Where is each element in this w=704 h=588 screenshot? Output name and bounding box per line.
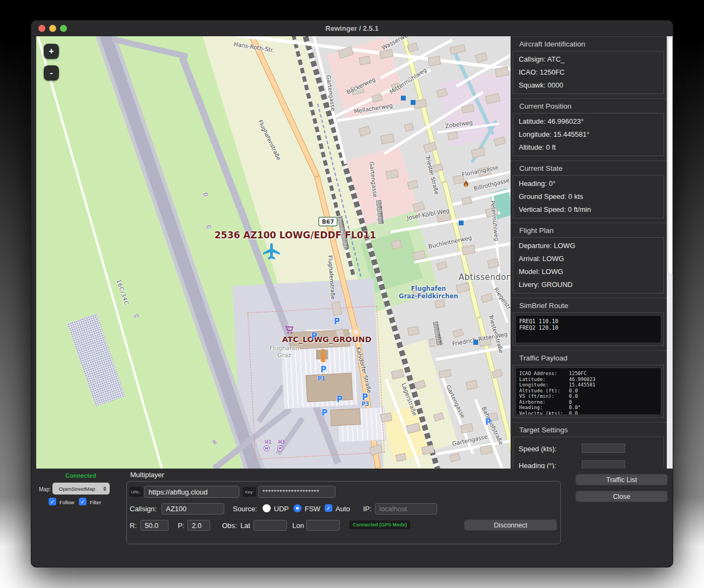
close-button[interactable]: Close [575, 491, 668, 502]
target-heading-input[interactable] [582, 460, 625, 469]
filter-label: Filter [90, 499, 101, 505]
latitude-value: Latitude: 46.996023° [519, 115, 658, 128]
r-input[interactable] [140, 520, 169, 531]
map-marker-square [401, 96, 406, 101]
disconnect-button[interactable]: Disconnect [464, 519, 557, 531]
key-label: Key: [243, 487, 256, 497]
lat-input[interactable] [253, 520, 287, 531]
section-traffic-payload: Traffic Payload ICAO Address: 1250FC Lat… [511, 350, 673, 422]
app-window: Rewinger / 2.5.1 Hans-Roth-Str.Bäckerweg… [31, 20, 673, 567]
udp-label: UDP [274, 505, 289, 513]
sidebar-scrollbar[interactable] [667, 36, 673, 469]
multiplayer-group: URL: Key: Callsign: Source: UDP FSW ✓ Au… [126, 481, 561, 544]
icao-value: ICAO: 1250FC [519, 66, 658, 79]
map-label: C [205, 224, 212, 229]
chevron-updown-icon [103, 486, 106, 491]
connection-status: Connected [52, 472, 109, 479]
map-select-label: Map: [39, 486, 51, 492]
key-input[interactable] [258, 486, 336, 498]
section-current-state: Current State Heading: 0° Ground Speed: … [511, 161, 673, 223]
section-title: Target Settings [519, 426, 672, 434]
map-building [391, 83, 401, 92]
follow-checkbox[interactable]: ✓ [49, 498, 56, 505]
callsign-value: Callsign: ATC_ [519, 53, 658, 66]
traffic-payload-display: ICAO Address: 1250FC Latitude: 46.996023… [515, 368, 661, 415]
auto-checkbox[interactable]: ✓ [325, 504, 332, 512]
title-bar[interactable]: Rewinger / 2.5.1 [31, 21, 673, 36]
callsign-input[interactable] [162, 503, 224, 514]
section-target-settings: Target Settings Speed (kts): Heading (°)… [511, 422, 673, 469]
section-title: Current Position [519, 102, 672, 110]
fire-station-icon [462, 180, 470, 189]
ip-label: IP: [363, 505, 372, 513]
section-title: SimBrief Route [519, 302, 672, 310]
heading-value: Heading: 0° [519, 177, 658, 190]
ip-input[interactable] [375, 503, 437, 514]
parking-icon: P [362, 392, 368, 402]
lon-label: Lon [292, 522, 304, 530]
arrival-value: Arrival: LOWG [519, 252, 658, 265]
window-content: Hans-Roth-Str.BäckerwegWasserwerkwegMell… [31, 36, 673, 567]
map-marker-square [459, 220, 464, 225]
map-label: C [133, 313, 139, 318]
map-label: D [202, 192, 209, 197]
r-label: R: [130, 522, 137, 530]
bus-stop-icon: H [277, 445, 283, 451]
parking-icon: P [485, 417, 491, 427]
follow-label: Follow [59, 499, 74, 505]
traffic-list-button[interactable]: Traffic List [575, 474, 668, 485]
map-region [67, 313, 125, 406]
info-sidebar: Aircraft Identification Callsign: ATC_ I… [511, 36, 673, 469]
aircraft-icon[interactable] [263, 243, 280, 260]
section-title: Flight Plan [519, 226, 672, 235]
target-heading-label: Heading (°): [519, 462, 557, 469]
map-provider-value: OpenStreetMap [59, 486, 103, 492]
section-aircraft-identification: Aircraft Identification Callsign: ATC_ I… [511, 36, 673, 98]
obs-label: Obs: [222, 522, 237, 530]
multiplayer-title: Multiplayer [130, 471, 164, 479]
parking-icon: P [337, 395, 343, 404]
map-region [247, 306, 385, 459]
bottom-panel: Connected Map: OpenStreetMap ✓ Follow ✓ … [31, 469, 673, 567]
map-canvas[interactable]: Hans-Roth-Str.BäckerwegWasserwerkwegMell… [36, 36, 511, 469]
p-input[interactable] [187, 520, 210, 531]
url-input[interactable] [144, 486, 239, 498]
route-badge-b67: B67 [318, 217, 338, 226]
section-title: Aircraft Identification [519, 40, 672, 48]
desktop-backdrop: Rewinger / 2.5.1 Hans-Roth-Str.Bäckerweg… [0, 0, 704, 588]
fsw-label: FSW [305, 505, 320, 513]
lat-label: Lat [240, 522, 250, 530]
bus-stop-h3-label: H3 [278, 440, 285, 445]
zoom-in-button[interactable]: + [44, 44, 59, 59]
model-value: Model: LOWG [519, 265, 658, 278]
target-speed-input[interactable] [582, 444, 625, 453]
map-provider-select[interactable]: OpenStreetMap [52, 483, 110, 495]
zoom-out-button[interactable]: - [44, 65, 59, 81]
parking-p1-label: P1 [318, 376, 325, 382]
control-tower-icon [318, 349, 328, 363]
gps-mode-status: Connected (GPS Mode) [350, 520, 410, 529]
departure-value: Departure: LOWG [519, 239, 658, 252]
scrollbar-thumb[interactable] [668, 37, 673, 275]
atc-station-map-label[interactable]: ATC_LOWG_GROUND [282, 335, 371, 344]
fsw-radio[interactable] [293, 504, 301, 512]
aircraft-map-label[interactable]: 2536 AZ100 LOWG/EDDF FL011 [214, 230, 376, 240]
p-label: P: [178, 522, 184, 530]
map-marker-square [473, 340, 478, 345]
parking-icon: P [311, 331, 317, 341]
section-flight-plan: Flight Plan Departure: LOWG Arrival: LOW… [511, 223, 673, 298]
livery-value: Livery: GROUND [519, 278, 658, 291]
parking-icon: P [320, 365, 326, 375]
bus-stop-h1-label: H1 [265, 440, 271, 445]
source-label: Source: [233, 505, 257, 513]
squawk-value: Squawk: 0000 [519, 79, 658, 92]
udp-radio[interactable] [263, 504, 271, 512]
shopping-cart-icon [285, 326, 294, 334]
section-simbrief-route: SimBrief Route FREQ1 110.10 FREQ2 120.10 [511, 298, 673, 350]
lon-input[interactable] [306, 520, 340, 531]
map-label: 16C/34C [116, 279, 130, 306]
filter-checkbox[interactable]: ✓ [79, 498, 86, 505]
ground-speed-value: Ground Speed: 0 kts [519, 190, 658, 203]
simbrief-route-textarea[interactable]: FREQ1 110.10 FREQ2 120.10 [515, 315, 661, 343]
section-title: Traffic Payload [519, 354, 672, 362]
